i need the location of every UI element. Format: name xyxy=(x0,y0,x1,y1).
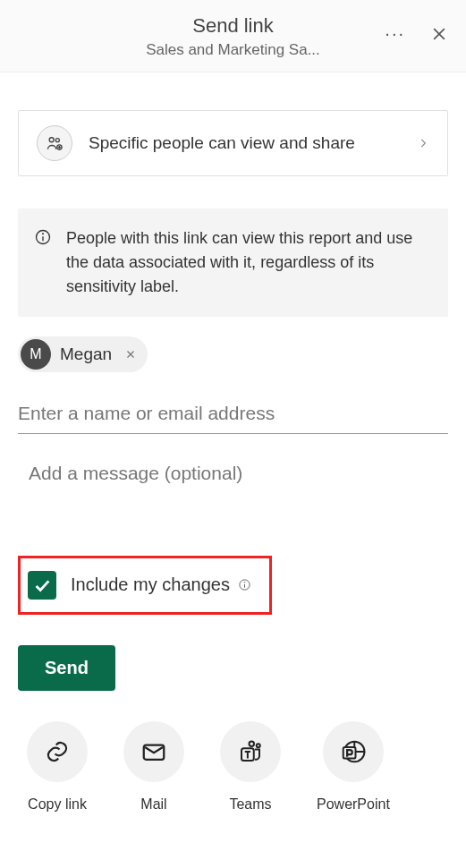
share-teams[interactable]: Teams xyxy=(220,721,281,813)
share-label: Mail xyxy=(123,796,184,813)
link-icon xyxy=(27,721,88,782)
svg-point-3 xyxy=(55,139,59,142)
dialog-subtitle: Sales and Marketing Sa... xyxy=(18,41,448,59)
dialog-header: Send link Sales and Marketing Sa... ··· xyxy=(0,0,466,72)
recipient-chip[interactable]: M Megan xyxy=(18,336,148,372)
recipient-chips: M Megan xyxy=(18,336,448,372)
recipient-name: Megan xyxy=(60,345,112,364)
powerpoint-icon xyxy=(323,721,384,782)
avatar: M xyxy=(21,339,51,370)
include-changes-label: Include my changes xyxy=(71,574,251,596)
svg-point-16 xyxy=(250,742,255,747)
teams-icon xyxy=(220,721,281,782)
svg-point-9 xyxy=(43,234,44,234)
share-label: PowerPoint xyxy=(317,796,390,813)
share-label: Teams xyxy=(220,796,281,813)
send-button[interactable]: Send xyxy=(18,645,115,691)
close-icon[interactable] xyxy=(430,25,448,43)
sensitivity-info-box: People with this link can view this repo… xyxy=(18,208,448,317)
share-powerpoint[interactable]: PowerPoint xyxy=(317,721,390,813)
chevron-right-icon xyxy=(417,137,429,149)
info-text: People with this link can view this repo… xyxy=(66,226,427,299)
more-icon[interactable]: ··· xyxy=(385,23,405,44)
recipient-input[interactable] xyxy=(18,392,448,434)
svg-point-17 xyxy=(257,744,260,747)
info-icon xyxy=(34,226,52,299)
dialog-title: Send link xyxy=(18,14,448,38)
share-copy-link[interactable]: Copy link xyxy=(27,721,88,813)
include-changes-checkbox[interactable] xyxy=(28,571,56,600)
info-icon[interactable] xyxy=(238,575,251,596)
share-options-row: Copy link Mail Teams xyxy=(18,721,448,813)
people-icon xyxy=(37,125,72,161)
share-mail[interactable]: Mail xyxy=(123,721,184,813)
header-actions: ··· xyxy=(385,23,448,44)
permission-settings-row[interactable]: Specific people can view and share xyxy=(18,110,448,176)
svg-point-14 xyxy=(245,582,246,583)
include-changes-row[interactable]: Include my changes xyxy=(18,556,272,615)
svg-rect-22 xyxy=(343,747,356,759)
remove-recipient-icon[interactable] xyxy=(124,348,137,361)
svg-point-2 xyxy=(49,138,54,142)
share-label: Copy link xyxy=(27,796,88,813)
permission-label: Specific people can view and share xyxy=(89,133,417,153)
message-input[interactable] xyxy=(18,434,448,541)
mail-icon xyxy=(123,721,184,782)
